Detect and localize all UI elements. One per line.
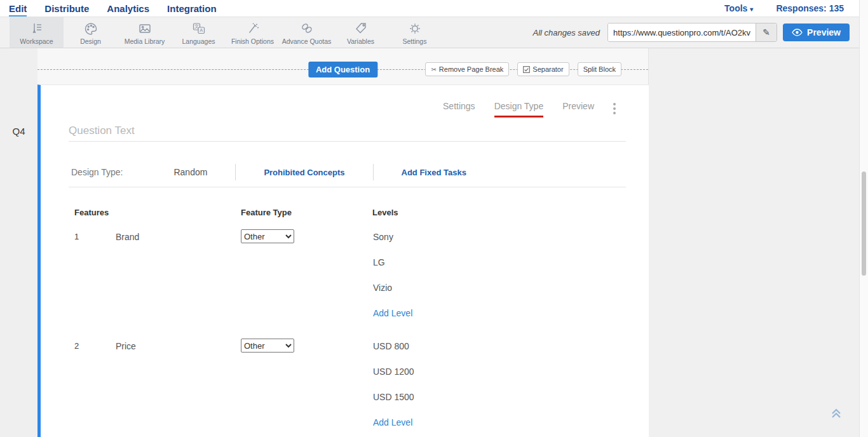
pencil-icon: ✎ [763, 27, 770, 37]
level-item[interactable]: USD 800 [373, 339, 414, 354]
split-block-button[interactable]: Split Block [578, 62, 621, 76]
divider [373, 164, 374, 180]
palette-icon [83, 20, 99, 37]
level-item[interactable]: Sony [373, 229, 412, 245]
toolbar-item-finish-options[interactable]: Finish Options [226, 17, 280, 48]
question-card: Settings Design Type Preview Design Type… [37, 84, 649, 437]
image-icon [137, 20, 153, 37]
canvas-gutter [649, 48, 859, 437]
design-type-row: Design Type: Random Prohibited Concepts … [69, 158, 626, 187]
feature-row-brand: 1 Brand Other Sony LG Vizio Add Level [41, 229, 412, 321]
nav-tab-integration[interactable]: Integration [167, 0, 217, 17]
levels-list: USD 800 USD 1200 USD 1500 Add Level [373, 339, 414, 430]
scissors-icon: ✂ [431, 66, 436, 73]
add-fixed-tasks-link[interactable]: Add Fixed Tasks [402, 168, 466, 177]
feature-type-column-header: Feature Type [241, 208, 372, 217]
toolbar-label: Languages [182, 37, 215, 45]
tab-preview[interactable]: Preview [562, 101, 594, 118]
tab-design-type[interactable]: Design Type [494, 101, 544, 118]
toolbar-item-advance-quotas[interactable]: Advance Quotas [280, 17, 334, 48]
level-item[interactable]: USD 1200 [373, 364, 414, 379]
toolbar-item-workspace[interactable]: Workspace [10, 17, 64, 48]
chain-links-icon [299, 20, 315, 37]
question-number-rail [0, 48, 37, 437]
toolbar-item-media-library[interactable]: Media Library [118, 17, 172, 48]
edit-url-button[interactable]: ✎ [756, 24, 776, 41]
toolbar-label: Workspace [20, 37, 53, 45]
survey-workspace: Add Question ✂ Remove Page Break Separat… [37, 48, 649, 437]
toolbar-item-variables[interactable]: Variables [334, 17, 388, 48]
preview-label: Preview [807, 27, 841, 37]
chevron-down-icon: ▾ [750, 6, 753, 13]
survey-url-group: ✎ [607, 23, 777, 42]
feature-type-select[interactable]: Other [241, 339, 294, 353]
feature-row-price: 2 Price Other USD 800 USD 1200 USD 1500 … [41, 339, 414, 430]
remove-page-break-label: Remove Page Break [439, 65, 504, 73]
features-table-header: Features Feature Type Levels [41, 208, 649, 217]
toolbar-label: Settings [403, 37, 427, 45]
remove-page-break-button[interactable]: ✂ Remove Page Break [425, 62, 509, 76]
separator-button[interactable]: Separator [517, 62, 569, 76]
question-menu-kebab-icon[interactable] [611, 101, 618, 116]
design-type-label: Design Type: [71, 167, 123, 177]
toolbar-item-languages[interactable]: 文 A Languages [172, 17, 226, 48]
scrollbar-thumb[interactable] [862, 171, 866, 276]
top-nav-tabs: Edit Distribute Analytics Integration [0, 0, 217, 17]
prohibited-concepts-link[interactable]: Prohibited Concepts [264, 168, 344, 177]
toolbar-label: Finish Options [231, 37, 274, 45]
toolbar-label: Media Library [125, 37, 165, 45]
svg-text:A: A [200, 27, 203, 33]
eye-icon [792, 29, 803, 36]
translate-icon: 文 A [191, 20, 207, 37]
level-item[interactable]: Vizio [373, 280, 412, 295]
split-block-label: Split Block [583, 65, 616, 73]
toolbar-label: Variables [347, 37, 374, 45]
save-status-text: All changes saved [533, 28, 600, 37]
separator-label: Separator [532, 65, 563, 73]
feature-number: 2 [74, 339, 116, 430]
scroll-to-top-button[interactable] [829, 405, 844, 423]
question-number: Q4 [0, 126, 37, 137]
feature-number: 1 [74, 229, 116, 321]
tab-settings[interactable]: Settings [443, 101, 475, 118]
nav-tab-analytics[interactable]: Analytics [107, 0, 149, 17]
divider [235, 164, 236, 180]
toolbar: Workspace Design Media Library 文 A Langu [0, 17, 859, 48]
question-card-tabs: Settings Design Type Preview [443, 101, 618, 118]
level-item[interactable]: USD 1500 [373, 389, 414, 405]
features-column-header: Features [74, 208, 241, 217]
survey-url-input[interactable] [608, 24, 756, 41]
responses-count[interactable]: Responses: 135 [776, 3, 844, 13]
levels-list: Sony LG Vizio Add Level [373, 229, 412, 321]
question-text-input[interactable] [69, 121, 626, 142]
level-item[interactable]: LG [373, 255, 412, 270]
page-break-row: Add Question ✂ Remove Page Break Separat… [37, 62, 648, 78]
nav-tab-edit[interactable]: Edit [9, 0, 27, 17]
tag-icon [353, 20, 369, 37]
nav-tab-distribute[interactable]: Distribute [44, 0, 89, 17]
preview-button[interactable]: Preview [783, 24, 850, 41]
workspace-icon [29, 20, 45, 37]
toolbar-label: Design [80, 37, 101, 45]
add-question-button[interactable]: Add Question [308, 62, 377, 77]
top-nav: Edit Distribute Analytics Integration To… [0, 0, 859, 17]
feature-name[interactable]: Price [116, 339, 241, 430]
add-level-link[interactable]: Add Level [373, 415, 414, 430]
double-chevron-up-icon [829, 405, 844, 420]
add-level-link[interactable]: Add Level [373, 306, 412, 321]
toolbar-item-design[interactable]: Design [64, 17, 118, 48]
gear-icon [407, 20, 423, 37]
levels-column-header: Levels [372, 208, 398, 217]
main-area: Q4 Add Question ✂ Remove Page Break Sepa… [0, 48, 868, 437]
tools-dropdown[interactable]: Tools▾ [724, 3, 753, 13]
toolbar-label: Advance Quotas [282, 37, 332, 45]
checkbox-checked-icon [523, 66, 530, 73]
page-scrollbar[interactable] [859, 0, 868, 437]
design-type-value[interactable]: Random [173, 167, 207, 177]
tools-label: Tools [724, 3, 747, 13]
toolbar-item-settings[interactable]: Settings [388, 17, 442, 48]
wand-icon [245, 20, 261, 37]
feature-type-select[interactable]: Other [241, 229, 294, 243]
feature-name[interactable]: Brand [116, 229, 241, 321]
